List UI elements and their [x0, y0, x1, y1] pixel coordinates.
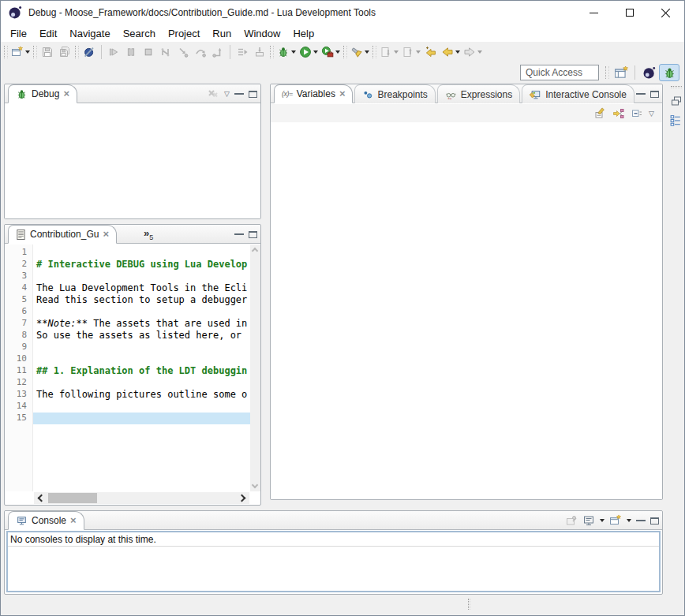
toolbar-drag-handle[interactable]	[270, 46, 274, 58]
editor-horizontal-scrollbar[interactable]	[34, 492, 249, 504]
editor-line[interactable]	[33, 353, 260, 365]
editor-body[interactable]: 123456789101112131415 # Interactive DEBU…	[5, 245, 260, 491]
close-tab-icon[interactable]: ×	[339, 90, 346, 98]
editor-line[interactable]	[33, 377, 260, 389]
skip-all-breakpoints-button[interactable]	[80, 43, 98, 61]
close-tab-icon[interactable]: ×	[103, 230, 109, 238]
run-button[interactable]	[298, 43, 320, 61]
status-bar	[1, 595, 684, 616]
console-content[interactable]: No consoles to display at this time.	[6, 531, 661, 592]
editor-line[interactable]: ## 1. Explanation of the LDT debuggin	[33, 365, 260, 377]
toolbar-drag-handle[interactable]	[4, 46, 8, 58]
open-console-dropdown-icon[interactable]	[627, 519, 631, 522]
run-dropdown-icon[interactable]	[313, 50, 318, 54]
horizontal-scroll-thumb[interactable]	[48, 493, 97, 503]
view-menu-icon[interactable]: ▽	[224, 90, 230, 98]
debug-perspective-button[interactable]	[659, 64, 679, 81]
quick-access-input[interactable]: Quick Access	[520, 65, 599, 80]
menu-file[interactable]: File	[4, 26, 33, 41]
strip-drag-handle[interactable]	[671, 86, 682, 88]
search-button[interactable]	[349, 43, 371, 61]
minimize-window-button[interactable]	[575, 1, 612, 24]
display-selected-console-icon[interactable]	[582, 514, 595, 527]
view-menu-icon[interactable]: ▽	[649, 110, 654, 118]
editor-line[interactable]	[33, 342, 260, 353]
new-button[interactable]	[9, 43, 32, 61]
maximize-view-icon[interactable]	[650, 91, 659, 98]
display-console-dropdown-icon[interactable]	[600, 519, 605, 522]
menu-search[interactable]: Search	[117, 26, 162, 41]
search-dropdown-icon[interactable]	[365, 50, 369, 54]
editor-line[interactable]	[33, 306, 260, 318]
maximize-view-icon[interactable]	[650, 517, 659, 525]
tab-console[interactable]: Console ×	[8, 511, 84, 530]
debug-dropdown-icon[interactable]	[291, 50, 296, 54]
editor-line[interactable]: **Note:** The assets that are used in	[33, 318, 260, 330]
minimize-view-icon[interactable]	[234, 233, 244, 235]
external-tools-button[interactable]	[320, 43, 342, 61]
collapse-all-icon[interactable]	[631, 107, 643, 120]
menu-window[interactable]: Window	[238, 26, 286, 41]
lua-perspective-button[interactable]	[638, 64, 659, 81]
open-perspective-button[interactable]	[611, 64, 631, 81]
tab-debug[interactable]: Debug ×	[8, 84, 77, 103]
maximize-view-icon[interactable]	[249, 231, 257, 238]
minimize-view-icon[interactable]	[234, 93, 244, 95]
scroll-left-icon[interactable]	[38, 495, 46, 502]
menu-help[interactable]: Help	[286, 26, 320, 41]
tab-breakpoints[interactable]: Breakpoints	[354, 84, 435, 103]
back-dropdown-icon[interactable]	[455, 50, 460, 54]
close-window-button[interactable]	[648, 1, 684, 24]
restore-views-icon[interactable]	[670, 95, 683, 107]
step-into-button	[174, 43, 192, 61]
tab-variables[interactable]: (x)= Variables ×	[274, 84, 353, 103]
editor-vertical-scrollbar[interactable]	[250, 245, 260, 491]
close-tab-icon[interactable]: ×	[63, 90, 69, 98]
toolbar-drag-handle[interactable]	[343, 46, 347, 58]
back-button[interactable]	[440, 43, 462, 61]
scroll-right-icon[interactable]	[238, 495, 246, 502]
menu-bar: File Edit Navigate Search Project Run Wi…	[1, 24, 684, 42]
variables-content[interactable]	[271, 122, 662, 499]
interactive-console-icon	[530, 89, 541, 100]
tab-interactive-console[interactable]: Interactive Console	[522, 84, 634, 103]
debug-view-content[interactable]	[5, 104, 260, 218]
editor-line[interactable]: The following pictures outline some o	[33, 389, 260, 401]
minimize-view-icon[interactable]	[636, 520, 646, 521]
editor-line[interactable]	[33, 413, 260, 424]
menu-project[interactable]: Project	[162, 26, 206, 41]
editor-text[interactable]: # Interactive DEBUG using Lua DevelopThe…	[33, 245, 260, 491]
outline-view-icon[interactable]	[669, 114, 683, 127]
menu-run[interactable]: Run	[206, 26, 238, 41]
last-edit-location-button[interactable]	[422, 43, 440, 61]
menu-edit[interactable]: Edit	[33, 26, 63, 41]
open-console-icon[interactable]	[609, 514, 622, 527]
toolbar-drag-handle[interactable]	[75, 46, 79, 58]
show-logical-structures-icon[interactable]	[612, 107, 625, 120]
editor-line[interactable]	[33, 271, 260, 282]
toolbar-drag-handle[interactable]	[605, 66, 609, 79]
hidden-editors-indicator[interactable]: »5	[144, 227, 153, 241]
menu-navigate[interactable]: Navigate	[63, 26, 116, 41]
toolbar-drag-handle[interactable]	[33, 46, 37, 58]
toolbar-drag-handle[interactable]	[372, 46, 376, 58]
tab-expressions[interactable]: x= Expressions	[437, 84, 520, 103]
scroll-down-icon[interactable]	[252, 482, 258, 488]
close-tab-icon[interactable]: ×	[70, 517, 77, 525]
editor-line[interactable]: So use the assets as listed here, or	[33, 330, 260, 342]
new-dropdown-icon[interactable]	[25, 50, 30, 54]
tab-contribution-guide[interactable]: Contribution_Gu ×	[8, 225, 117, 244]
maximize-view-icon[interactable]	[249, 91, 257, 98]
minimize-view-icon[interactable]	[636, 93, 646, 95]
show-type-names-icon[interactable]	[594, 107, 607, 120]
editor-line[interactable]	[33, 401, 260, 413]
editor-line[interactable]: The Lua Development Tools in the Ecli	[33, 282, 260, 294]
debug-button[interactable]	[275, 43, 298, 61]
editor-line[interactable]: Read this section to setup a debugger	[33, 294, 260, 306]
sash-drag-handle[interactable]	[468, 599, 470, 610]
external-tools-dropdown-icon[interactable]	[335, 50, 340, 54]
editor-line[interactable]: # Interactive DEBUG using Lua Develop	[33, 259, 260, 271]
editor-line[interactable]	[33, 247, 260, 259]
maximize-window-button[interactable]	[612, 1, 648, 24]
scroll-up-icon[interactable]	[252, 248, 258, 254]
